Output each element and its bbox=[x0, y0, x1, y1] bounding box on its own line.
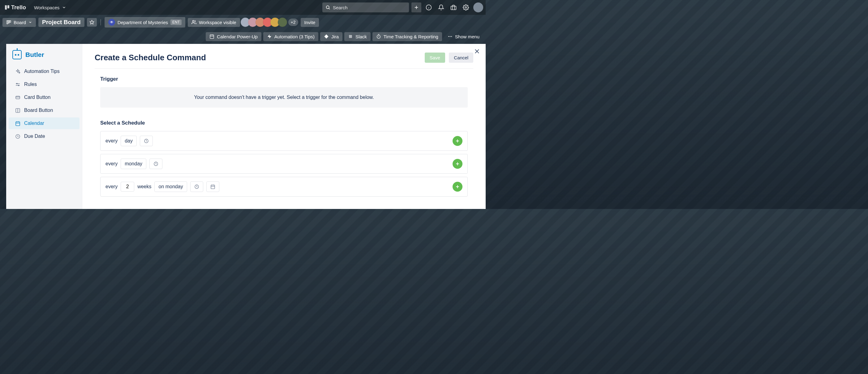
board-name[interactable]: Project Board bbox=[38, 18, 85, 27]
invite-button[interactable]: Invite bbox=[301, 18, 319, 27]
global-header: Trello Workspaces Search bbox=[0, 0, 486, 15]
token-weeks: weeks bbox=[137, 184, 151, 190]
automation-button[interactable]: Automation (3 Tips) bbox=[263, 32, 318, 41]
svg-point-28 bbox=[451, 36, 452, 37]
sidebar-item-calendar[interactable]: Calendar bbox=[9, 117, 80, 129]
team-chip[interactable]: 👁 Department of Mysteries ENT bbox=[104, 17, 185, 28]
svg-point-0 bbox=[327, 6, 329, 9]
sidebar-item-due-date[interactable]: Due Date bbox=[9, 130, 80, 142]
clock-icon bbox=[144, 138, 149, 143]
brand-label: Trello bbox=[11, 4, 26, 11]
select-weekday[interactable]: monday bbox=[121, 159, 146, 169]
show-menu-label: Show menu bbox=[455, 34, 479, 39]
add-schedule-button[interactable] bbox=[453, 159, 462, 169]
visibility-button[interactable]: Workspace visible bbox=[188, 18, 240, 27]
butler-robot-icon bbox=[12, 50, 22, 59]
member-overflow[interactable]: +2 bbox=[288, 19, 298, 26]
add-schedule-button[interactable] bbox=[453, 136, 462, 146]
svg-rect-33 bbox=[16, 96, 20, 99]
chevron-down-icon bbox=[62, 5, 66, 9]
sidebar-item-label: Due Date bbox=[24, 134, 45, 139]
select-schedule-heading: Select a Schedule bbox=[95, 120, 473, 126]
workspaces-label: Workspaces bbox=[34, 5, 59, 10]
calendar-icon bbox=[15, 121, 21, 126]
clock-icon bbox=[153, 161, 158, 166]
show-menu-button[interactable]: Show menu bbox=[444, 32, 483, 41]
weeks-count-input[interactable] bbox=[121, 182, 134, 192]
sidebar-item-rules[interactable]: Rules bbox=[9, 78, 80, 90]
select-on-weekday[interactable]: on monday bbox=[154, 181, 187, 192]
search-placeholder: Search bbox=[333, 5, 348, 10]
date-picker-button[interactable] bbox=[206, 181, 219, 192]
bolt-icon bbox=[267, 34, 272, 39]
sidebar-item-label: Rules bbox=[24, 81, 37, 87]
calendar-powerup-label: Calendar Power-Up bbox=[217, 34, 258, 39]
settings-icon[interactable] bbox=[461, 2, 471, 12]
more-icon bbox=[447, 34, 453, 39]
user-avatar[interactable] bbox=[473, 2, 483, 12]
star-icon bbox=[89, 20, 94, 25]
svg-rect-11 bbox=[9, 21, 10, 22]
time-picker-button[interactable] bbox=[140, 136, 153, 146]
cancel-button[interactable]: Cancel bbox=[449, 53, 473, 63]
card-icon bbox=[15, 95, 21, 100]
butler-brand: Butler bbox=[6, 50, 82, 65]
sidebar-item-label: Card Button bbox=[24, 95, 51, 100]
sidebar-item-automation-tips[interactable]: Automation Tips bbox=[9, 66, 80, 77]
info-icon[interactable] bbox=[424, 2, 434, 12]
sidebar-item-board-button[interactable]: Board Button bbox=[9, 104, 80, 116]
search-icon bbox=[326, 5, 330, 10]
notifications-icon[interactable] bbox=[436, 2, 446, 12]
close-button[interactable] bbox=[473, 47, 481, 55]
board-view-switcher[interactable]: Board bbox=[2, 18, 36, 27]
jira-label: Jira bbox=[331, 34, 339, 39]
slack-button[interactable]: Slack bbox=[344, 32, 371, 41]
trello-logo[interactable]: Trello bbox=[2, 3, 28, 12]
create-button[interactable] bbox=[411, 2, 421, 12]
select-day-unit[interactable]: day bbox=[121, 136, 137, 146]
plus-icon bbox=[455, 161, 460, 166]
trigger-empty-state: Your command doesn't have a trigger yet.… bbox=[100, 87, 468, 108]
svg-point-13 bbox=[192, 21, 194, 22]
sparkle-icon bbox=[15, 69, 21, 74]
schedule-option-every-weekday: every monday bbox=[100, 154, 468, 174]
svg-rect-7 bbox=[451, 6, 456, 10]
schedule-option-every-n-weeks: every weeks on monday bbox=[100, 177, 468, 197]
calendar-icon bbox=[210, 34, 214, 39]
workspaces-dropdown[interactable]: Workspaces bbox=[31, 3, 69, 12]
svg-rect-10 bbox=[8, 21, 9, 23]
token-every: every bbox=[105, 161, 118, 167]
sidebar-item-label: Calendar bbox=[24, 121, 44, 126]
calendar-icon bbox=[210, 184, 215, 189]
jira-button[interactable]: Jira bbox=[320, 32, 342, 41]
briefcase-icon[interactable] bbox=[448, 2, 459, 12]
trigger-heading: Trigger bbox=[95, 76, 473, 82]
svg-rect-51 bbox=[211, 185, 215, 189]
add-schedule-button[interactable] bbox=[453, 182, 462, 192]
save-button[interactable]: Save bbox=[425, 53, 445, 63]
calendar-powerup-button[interactable]: Calendar Power-Up bbox=[206, 32, 261, 41]
main-header: Create a Schedule Command Save Cancel bbox=[95, 53, 473, 69]
star-board-button[interactable] bbox=[87, 18, 97, 27]
search-input[interactable]: Search bbox=[322, 2, 409, 12]
slack-label: Slack bbox=[355, 34, 367, 39]
team-icon: 👁 bbox=[108, 19, 115, 26]
svg-rect-37 bbox=[16, 122, 20, 126]
divider bbox=[100, 19, 101, 25]
sidebar-item-label: Board Button bbox=[24, 108, 53, 113]
time-tracking-button[interactable]: Time Tracking & Reporting bbox=[372, 32, 442, 41]
member-avatar[interactable] bbox=[278, 18, 287, 27]
plus-icon bbox=[455, 184, 460, 189]
svg-marker-12 bbox=[90, 20, 94, 24]
automation-label: Automation (3 Tips) bbox=[274, 34, 315, 39]
time-picker-button[interactable] bbox=[190, 181, 203, 192]
page-title: Create a Schedule Command bbox=[95, 53, 206, 62]
token-every: every bbox=[105, 184, 118, 190]
time-picker-button[interactable] bbox=[149, 159, 162, 169]
team-name: Department of Mysteries bbox=[118, 20, 168, 25]
butler-title: Butler bbox=[25, 51, 44, 59]
sidebar-item-card-button[interactable]: Card Button bbox=[9, 92, 80, 103]
clock-icon bbox=[194, 184, 199, 189]
time-tracking-label: Time Tracking & Reporting bbox=[383, 34, 438, 39]
butler-main: Create a Schedule Command Save Cancel Tr… bbox=[82, 44, 486, 209]
